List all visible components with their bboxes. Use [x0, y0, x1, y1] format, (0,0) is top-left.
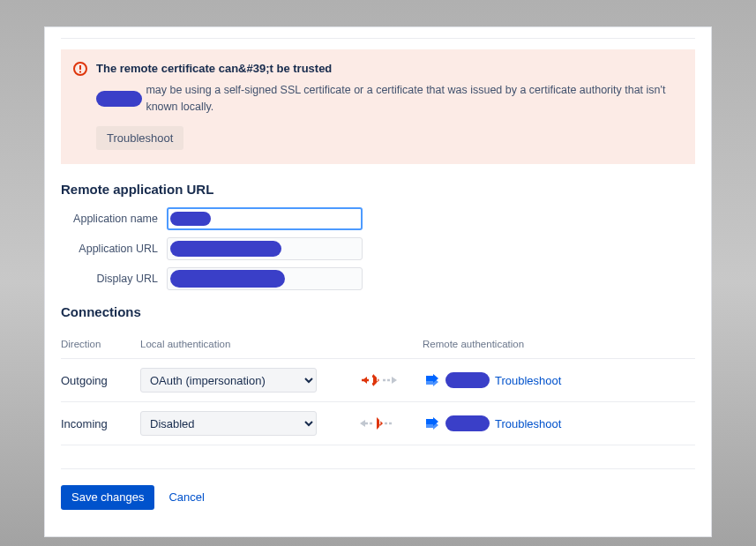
troubleshoot-link-outgoing[interactable]: Troubleshoot: [495, 374, 561, 387]
top-divider: [61, 38, 695, 39]
remote-url-heading: Remote application URL: [61, 182, 695, 197]
alert-body: may be using a self-signed SSL certifica…: [96, 82, 679, 116]
svg-text:!: !: [378, 419, 381, 429]
alert-title: The remote certificate can&#39;t be trus…: [96, 62, 679, 75]
display-url-input[interactable]: [167, 267, 363, 290]
remote-app-icon: [423, 372, 440, 388]
direction-incoming: Incoming: [61, 417, 140, 430]
svg-marker-10: [392, 377, 397, 384]
app-url-label: Application URL: [61, 243, 167, 255]
alert-body-text: may be using a self-signed SSL certifica…: [146, 82, 679, 116]
alert-troubleshoot-button[interactable]: Troubleshoot: [96, 126, 183, 151]
app-name-label: Application name: [61, 213, 167, 225]
connection-row-outgoing: Outgoing OAuth (impersonation) !: [61, 359, 695, 402]
cancel-button[interactable]: Cancel: [161, 485, 211, 510]
remote-app-icon: [423, 415, 440, 431]
svg-rect-2: [79, 71, 81, 73]
connections-header-row: Direction Local authentication Remote au…: [61, 330, 695, 359]
app-url-input[interactable]: [167, 237, 363, 260]
arrow-left-icon: !: [360, 415, 397, 431]
svg-marker-11: [360, 420, 365, 427]
svg-text:!: !: [376, 376, 378, 385]
outgoing-status-icons: !: [334, 372, 423, 388]
certificate-alert: The remote certificate can&#39;t be trus…: [61, 49, 695, 164]
config-panel: The remote certificate can&#39;t be trus…: [44, 26, 712, 537]
troubleshoot-link-incoming[interactable]: Troubleshoot: [495, 417, 561, 430]
local-auth-select-incoming[interactable]: Disabled: [140, 411, 317, 436]
col-direction-header: Direction: [61, 339, 140, 349]
app-url-row: Application URL: [61, 237, 695, 260]
display-url-row: Display URL: [61, 267, 695, 290]
arrow-right-icon: !: [360, 372, 397, 388]
connection-row-incoming: Incoming Disabled ! Troubleshoot: [61, 402, 695, 445]
save-button[interactable]: Save changes: [61, 485, 154, 510]
local-auth-select-outgoing[interactable]: OAuth (impersonation): [140, 368, 317, 393]
display-url-label: Display URL: [61, 273, 167, 285]
connections-heading: Connections: [61, 304, 695, 319]
error-icon: [73, 62, 87, 76]
form-actions: Save changes Cancel: [61, 468, 695, 510]
svg-rect-1: [79, 65, 81, 70]
direction-outgoing: Outgoing: [61, 374, 140, 387]
col-remote-header: Remote authentication: [423, 339, 695, 349]
svg-marker-4: [363, 377, 367, 384]
redacted-name: [96, 91, 142, 107]
incoming-status-icons: !: [334, 415, 423, 431]
app-name-row: Application name: [61, 207, 695, 230]
col-local-header: Local authentication: [140, 339, 334, 349]
redacted-remote-incoming: [445, 415, 490, 431]
app-name-input[interactable]: [167, 207, 363, 230]
redacted-remote-outgoing: [445, 372, 490, 388]
